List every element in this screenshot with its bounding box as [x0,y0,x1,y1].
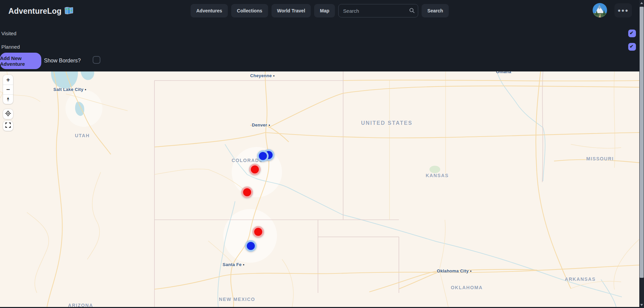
nav-collections[interactable]: Collections [231,4,268,17]
page-scrollbar[interactable] [639,0,644,308]
city-dot: • [470,269,472,273]
city-label: Oklahoma City• [437,268,471,273]
planned-label: Planned [1,44,20,50]
planned-adventure-marker[interactable] [257,150,269,162]
city-label: Salt Lake City• [53,87,86,92]
city-dot: • [273,73,275,78]
world-map-emoji-icon [64,7,73,16]
visited-adventure-marker[interactable] [252,226,264,238]
show-borders-label: Show Borders? [44,58,81,64]
scrollbar-thumb[interactable] [640,7,644,278]
nav-adventures[interactable]: Adventures [191,4,228,17]
planned-checkbox[interactable] [628,43,636,51]
search-icon [409,8,415,15]
compass-button[interactable]: ▲ ▼ [3,94,13,104]
state-label: UTAH [75,133,90,138]
state-label: MISSOURI [586,156,614,161]
visited-label: Visited [1,31,16,36]
nav-world-travel[interactable]: World Travel [271,4,311,17]
city-dot: • [243,262,245,267]
city-dot: • [269,123,270,127]
scroll-down-icon[interactable] [640,304,643,306]
country-label: UNITED STATES [361,120,412,126]
city-dot: • [85,87,86,92]
search-field-wrap [338,4,418,17]
visited-adventure-marker[interactable] [241,187,253,198]
state-label: OKLAHOMA [451,285,482,290]
adventurelog-app: AdventureLog Adventures Collections Worl… [0,0,644,308]
navbar-right: ●●● [593,3,632,17]
state-label: ARKANSAS [565,276,596,282]
ellipsis-icon: ●●● [617,7,629,13]
compass-icon: ▲ ▼ [6,97,10,102]
planned-adventure-marker[interactable] [245,240,257,252]
primary-nav: Adventures Collections World Travel Map … [191,4,449,17]
zoom-out-button[interactable]: − [3,85,13,94]
state-label: KANSAS [426,173,449,178]
app-title: AdventureLog [8,7,61,16]
more-options-button[interactable]: ●●● [614,3,632,17]
city-label: Omaha [496,71,511,74]
map-canvas[interactable]: Salt Lake City•Cheyenne•Denver•Santa Fe•… [0,71,639,307]
city-label: Denver• [252,122,270,127]
fullscreen-button[interactable] [3,121,13,131]
avatar[interactable] [593,3,607,17]
show-borders-checkbox[interactable] [93,56,100,64]
map-zoom-controls: + − ▲ ▼ [3,75,13,104]
zoom-in-button[interactable]: + [3,75,13,85]
city-label: Santa Fe• [223,262,244,267]
geolocate-button[interactable] [3,109,13,119]
visited-adventure-marker[interactable] [249,164,261,175]
search-input[interactable] [338,4,418,17]
navbar: AdventureLog Adventures Collections Worl… [0,0,639,25]
map-base-tiles [0,71,639,307]
fullscreen-icon [5,122,11,130]
app-logo[interactable]: AdventureLog [8,7,73,16]
geolocate-icon [5,110,11,118]
state-label: NEW MEXICO [219,297,255,302]
search-button[interactable]: Search [422,4,449,17]
city-label: Cheyenne• [250,73,275,78]
scroll-up-icon[interactable] [640,2,643,4]
add-new-adventure-button[interactable]: Add New Adventure [0,53,41,69]
state-label: ARIZONA [68,303,93,307]
nav-map[interactable]: Map [314,4,335,17]
visited-checkbox[interactable] [628,30,636,37]
